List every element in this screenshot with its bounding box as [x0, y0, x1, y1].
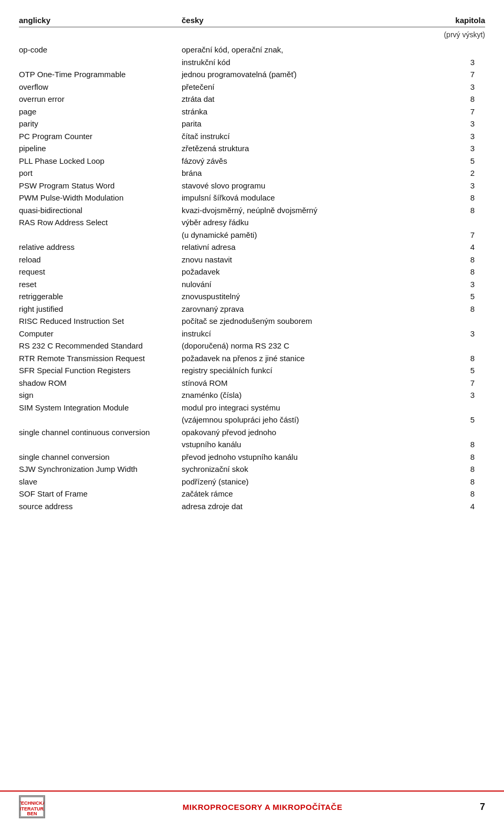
- entry-czech: stínová ROM: [182, 377, 443, 389]
- entry-english: RS 232 C Recommended Standard: [19, 340, 182, 352]
- table-row: SIM System Integration Modulemodul pro i…: [19, 402, 485, 414]
- entry-chapter: 3: [443, 328, 485, 340]
- publisher-logo: TECHNICKÁ LITERATURA BEN: [19, 795, 45, 818]
- table-row: single channel conversionpřevod jednoho …: [19, 451, 485, 463]
- entry-english: retriggerable: [19, 291, 182, 303]
- entry-czech: čítač instrukcí: [182, 131, 443, 143]
- entry-english: overflow: [19, 81, 182, 93]
- entry-czech: (vzájemnou spolupráci jeho částí): [182, 414, 443, 426]
- entry-english: overrun error: [19, 93, 182, 106]
- table-row: (u dynamické paměti)7: [19, 229, 485, 241]
- entry-chapter: 8: [443, 353, 485, 365]
- entry-english: [19, 414, 182, 426]
- entry-chapter: 8: [443, 254, 485, 266]
- entry-czech: registry speciálních funkcí: [182, 365, 443, 377]
- table-row: retriggerableznovuspustitelný5: [19, 291, 485, 303]
- footer-book-title: MIKROPROCESORY A MIKROPOČÍTAČE: [45, 803, 480, 812]
- entry-chapter: 8: [443, 192, 485, 204]
- entry-czech: znaménko (čísla): [182, 389, 443, 402]
- table-row: OTP One-Time Programmablejednou programo…: [19, 69, 485, 81]
- entry-czech: počítač se zjednodušeným souborem: [182, 315, 443, 328]
- entry-czech: výběr adresy řádku: [182, 217, 443, 229]
- entry-english: reload: [19, 254, 182, 266]
- entry-czech: operační kód, operační znak,: [182, 44, 443, 56]
- entry-czech: požadavek: [182, 266, 443, 278]
- entry-english: RTR Remote Transmission Request: [19, 353, 182, 365]
- entry-chapter: [443, 44, 485, 56]
- entry-english: SOF Start of Frame: [19, 488, 182, 500]
- entry-czech: fázový závěs: [182, 155, 443, 167]
- entry-czech: brána: [182, 167, 443, 180]
- header-english: anglicky: [19, 16, 182, 25]
- entry-czech: instrukcí: [182, 328, 443, 340]
- entry-czech: jednou programovatelná (paměť): [182, 69, 443, 81]
- entry-english: Computer: [19, 328, 182, 340]
- entry-czech: stavové slovo programu: [182, 180, 443, 192]
- entry-chapter: 2: [443, 167, 485, 180]
- header-czech: česky: [182, 16, 401, 25]
- table-row: RISC Reduced Instruction Setpočítač se z…: [19, 315, 485, 328]
- entry-chapter: [443, 315, 485, 328]
- entry-chapter: 3: [443, 389, 485, 402]
- table-row: slavepodřízený (stanice)8: [19, 476, 485, 488]
- entry-czech: převod jednoho vstupního kanálu: [182, 451, 443, 463]
- entry-chapter: 7: [443, 229, 485, 241]
- entry-english: relative address: [19, 241, 182, 254]
- entry-english: SJW Synchronization Jump Width: [19, 463, 182, 476]
- header-chapter: kapitola: [401, 16, 485, 25]
- entry-english: slave: [19, 476, 182, 488]
- table-row: PC Program Counterčítač instrukcí3: [19, 131, 485, 143]
- entry-english: sign: [19, 389, 182, 402]
- entry-czech: začátek rámce: [182, 488, 443, 500]
- entry-czech: impulsní šířková modulace: [182, 192, 443, 204]
- table-body: op-codeoperační kód, operační znak,instr…: [19, 44, 485, 512]
- entry-chapter: 4: [443, 501, 485, 513]
- entry-chapter: 7: [443, 377, 485, 389]
- entry-czech: zarovnaný zprava: [182, 303, 443, 315]
- entry-chapter: 8: [443, 439, 485, 451]
- entry-english: page: [19, 106, 182, 118]
- table-row: SOF Start of Framezačátek rámce8: [19, 488, 485, 500]
- subheader-empty2: [182, 30, 401, 39]
- entry-english: PC Program Counter: [19, 131, 182, 143]
- entry-english: reset: [19, 279, 182, 291]
- entry-chapter: 3: [443, 131, 485, 143]
- entry-czech: adresa zdroje dat: [182, 501, 443, 513]
- entry-czech: parita: [182, 118, 443, 130]
- entry-chapter: 8: [443, 488, 485, 500]
- table-row: right justifiedzarovnaný zprava8: [19, 303, 485, 315]
- entry-chapter: 4: [443, 241, 485, 254]
- page-content: anglicky česky kapitola (prvý výskyt) op…: [0, 0, 504, 555]
- entry-czech: podřízený (stanice): [182, 476, 443, 488]
- entry-chapter: 3: [443, 81, 485, 93]
- entry-czech: nulování: [182, 279, 443, 291]
- footer-page-number: 7: [480, 802, 485, 813]
- table-row: portbrána2: [19, 167, 485, 180]
- table-row: reloadznovu nastavit8: [19, 254, 485, 266]
- entry-chapter: [443, 427, 485, 439]
- table-row: instrukční kód3: [19, 57, 485, 69]
- table-row: PSW Program Status Wordstavové slovo pro…: [19, 180, 485, 192]
- table-row: shadow ROMstínová ROM7: [19, 377, 485, 389]
- entry-czech: kvazi-dvojsměrný, neúplně dvojsměrný: [182, 205, 443, 217]
- entry-czech: modul pro integraci systému: [182, 402, 443, 414]
- entry-czech: vstupního kanálu: [182, 439, 443, 451]
- svg-text:TECHNICKÁ: TECHNICKÁ: [20, 800, 44, 806]
- entry-chapter: 8: [443, 266, 485, 278]
- entry-english: port: [19, 167, 182, 180]
- entry-english: parity: [19, 118, 182, 130]
- entry-chapter: 5: [443, 414, 485, 426]
- table-row: quasi-bidirectionalkvazi-dvojsměrný, neú…: [19, 205, 485, 217]
- entry-czech: (doporučená) norma RS 232 C: [182, 340, 443, 352]
- entry-english: RISC Reduced Instruction Set: [19, 315, 182, 328]
- table-row: pipelinezřetězená struktura3: [19, 143, 485, 155]
- entry-czech: požadavek na přenos z jiné stanice: [182, 353, 443, 365]
- entry-chapter: 7: [443, 69, 485, 81]
- entry-english: single channel conversion: [19, 451, 182, 463]
- table-row: overflowpřetečení3: [19, 81, 485, 93]
- entry-czech: zřetězená struktura: [182, 143, 443, 155]
- table-header: anglicky česky kapitola: [19, 16, 485, 27]
- entry-chapter: 5: [443, 291, 485, 303]
- table-row: vstupního kanálu8: [19, 439, 485, 451]
- table-row: RS 232 C Recommended Standard(doporučená…: [19, 340, 485, 352]
